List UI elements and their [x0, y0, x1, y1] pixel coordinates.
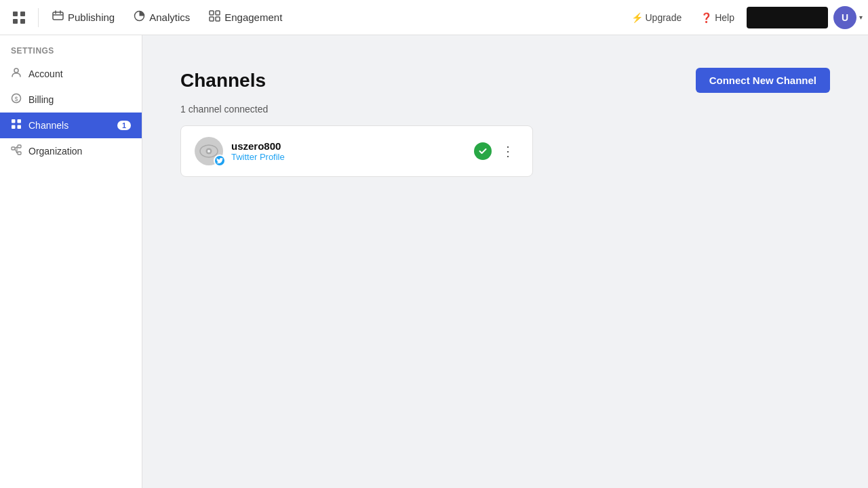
svg-rect-16	[12, 119, 16, 123]
sidebar-account-label: Account	[28, 68, 63, 79]
connect-new-channel-button[interactable]: Connect New Channel	[696, 68, 830, 93]
main-content: Channels Connect New Channel 1 channel c…	[142, 35, 868, 488]
nav-divider	[38, 8, 39, 27]
top-nav: Publishing Analytics Engagement ⚡ Upgrad…	[0, 0, 868, 35]
account-icon	[11, 67, 22, 81]
channel-name: uszero800	[231, 140, 466, 152]
svg-rect-12	[216, 17, 220, 21]
svg-rect-0	[13, 12, 18, 16]
nav-publishing[interactable]: Publishing	[44, 6, 123, 28]
sidebar-item-billing[interactable]: $ Billing	[0, 87, 142, 113]
svg-point-28	[208, 150, 210, 152]
svg-rect-17	[18, 119, 22, 123]
svg-rect-21	[18, 145, 21, 148]
svg-rect-3	[20, 19, 25, 24]
nav-analytics[interactable]: Analytics	[125, 6, 198, 28]
svg-point-13	[14, 68, 18, 73]
channel-card: uszero800 Twitter Profile ⋮	[180, 125, 533, 177]
svg-rect-10	[216, 11, 220, 15]
channel-more-button[interactable]: ⋮	[497, 142, 519, 161]
nav-engagement-label: Engagement	[224, 12, 282, 23]
upgrade-label: Upgrade	[646, 12, 682, 23]
sidebar-item-account[interactable]: Account	[0, 61, 142, 87]
nav-analytics-label: Analytics	[149, 12, 190, 23]
sidebar-section-label: Settings	[0, 46, 142, 61]
avatar-wrapper[interactable]: U ▾	[833, 6, 863, 29]
topnav-right: ⚡ Upgrade ❓ Help U ▾	[625, 6, 863, 29]
avatar: U	[833, 6, 856, 29]
svg-rect-1	[20, 12, 25, 16]
help-label: Help	[715, 12, 734, 23]
svg-rect-4	[53, 12, 63, 20]
upgrade-button[interactable]: ⚡ Upgrade	[625, 9, 689, 26]
sidebar-channels-label: Channels	[28, 120, 68, 131]
svg-rect-11	[210, 17, 214, 21]
analytics-icon	[134, 10, 145, 24]
channel-info: uszero800 Twitter Profile	[231, 140, 466, 162]
status-connected-icon	[474, 142, 492, 160]
help-button[interactable]: ❓ Help	[694, 9, 741, 26]
page-header: Channels Connect New Channel	[180, 68, 830, 93]
svg-rect-9	[210, 11, 214, 15]
channel-type: Twitter Profile	[231, 152, 466, 162]
nav-engagement[interactable]: Engagement	[201, 6, 290, 28]
billing-icon: $	[11, 93, 22, 106]
svg-rect-22	[18, 152, 21, 155]
channel-actions: ⋮	[474, 142, 519, 161]
publishing-icon	[52, 10, 64, 24]
svg-rect-19	[18, 125, 22, 129]
svg-rect-18	[12, 125, 16, 129]
svg-text:$: $	[14, 96, 18, 102]
upgrade-icon: ⚡	[631, 12, 643, 23]
avatar-initials: U	[842, 12, 848, 23]
channel-avatar-wrap	[195, 137, 223, 165]
svg-rect-20	[12, 147, 15, 150]
workspace-button[interactable]	[747, 7, 828, 28]
twitter-badge-icon	[214, 155, 226, 167]
chevron-down-icon: ▾	[859, 14, 863, 21]
sidebar-item-channels[interactable]: Channels 1	[0, 113, 142, 138]
nav-publishing-label: Publishing	[68, 12, 115, 23]
channel-count: 1 channel connected	[180, 104, 830, 115]
page-title: Channels	[180, 70, 266, 92]
engagement-icon	[209, 10, 220, 24]
help-icon: ❓	[701, 12, 712, 23]
sidebar-organization-label: Organization	[28, 146, 82, 157]
sidebar: Settings Account $ Billing	[0, 35, 142, 488]
logo-icon[interactable]	[5, 11, 33, 24]
sidebar-billing-label: Billing	[28, 94, 54, 105]
sidebar-item-organization[interactable]: Organization	[0, 138, 142, 164]
channels-icon	[11, 119, 22, 132]
svg-rect-2	[13, 19, 18, 24]
main-layout: Settings Account $ Billing	[0, 35, 868, 488]
organization-icon	[11, 144, 22, 158]
channels-badge: 1	[117, 121, 131, 130]
